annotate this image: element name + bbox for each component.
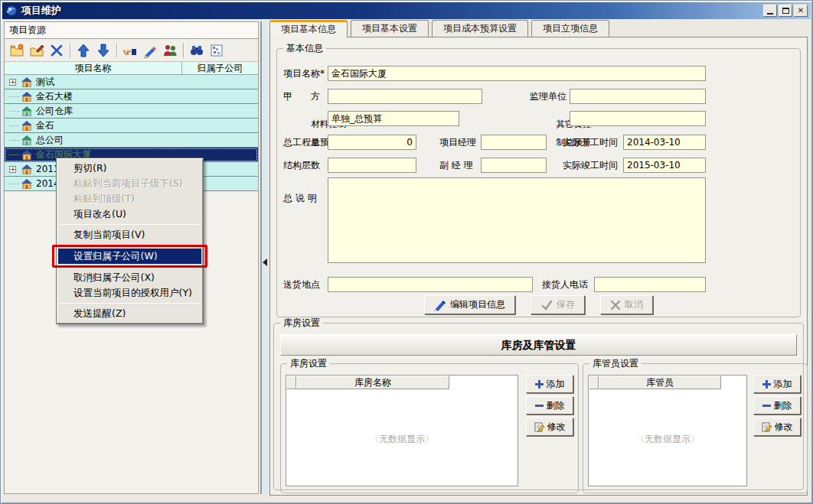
menu-item-cancel-subsidiary[interactable]: 取消归属子公司(X): [58, 270, 201, 285]
keeper-column-header[interactable]: 库管员: [599, 376, 721, 389]
basic-info-group-title: 基本信息: [283, 43, 326, 54]
warehouse-add-button[interactable]: 添加: [526, 375, 573, 393]
keeper-delete-button[interactable]: 删除: [753, 396, 801, 415]
plus-icon: [762, 380, 771, 389]
toolbar-separator: [116, 43, 117, 58]
tree-item[interactable]: 总公司: [5, 133, 258, 148]
toolbar-separator: [183, 43, 184, 58]
close-button[interactable]: ✕: [794, 5, 808, 17]
actual-start-date-label: 实际开工时间: [563, 137, 618, 148]
deputy-manager-label: 副 经 理: [439, 160, 473, 171]
pen-icon: [434, 299, 446, 311]
warehouse-keeper-title: 库管员设置: [589, 358, 642, 369]
project-manager-input[interactable]: [481, 135, 547, 150]
delivery-address-input[interactable]: [328, 277, 533, 292]
tab-content: 基本信息 项目名称* 甲 方 监理单位 材料控制 总预算 其它费控 制总预算 总…: [269, 37, 808, 496]
tree-item[interactable]: 金石: [5, 119, 258, 133]
supervisor-input[interactable]: [570, 89, 706, 104]
actual-finish-date-input[interactable]: [623, 158, 706, 173]
menu-item-set-subsidiary[interactable]: 设置归属子公司(W): [58, 249, 201, 264]
tab-project-basic-settings[interactable]: 项目基本设置: [351, 20, 429, 37]
context-menu: 剪切(R) 粘贴到当前项目子级下(S) 粘贴到顶级(T) 项目改名(U) 复制当…: [56, 158, 204, 324]
no-data-text: 〈无数据显示〉: [286, 433, 518, 446]
tree-item[interactable]: + 测试: [5, 75, 258, 89]
structure-layers-input[interactable]: [328, 158, 416, 173]
tab-project-initiation-info[interactable]: 项目立项信息: [531, 20, 609, 37]
keeper-modify-button[interactable]: 修改: [753, 418, 801, 436]
warehouse-delete-button[interactable]: 删除: [526, 396, 573, 415]
menu-item-rename[interactable]: 项目改名(U): [58, 206, 201, 222]
main-panel: 项目基本信息 项目基本设置 项目成本预算设置 项目立项信息 基本信息 项目名称*…: [269, 20, 808, 496]
warehouse-table[interactable]: 库房名称 〈无数据显示〉: [286, 375, 518, 486]
save-button[interactable]: 保存: [531, 295, 585, 314]
expand-icon[interactable]: +: [9, 166, 16, 173]
users-icon[interactable]: [161, 41, 179, 60]
party-a-input[interactable]: [328, 89, 482, 104]
house-icon: [21, 121, 32, 131]
expand-icon[interactable]: +: [9, 79, 16, 86]
warehouse-settings-title: 库房设置: [287, 358, 330, 369]
other-budget-input[interactable]: [570, 111, 706, 126]
panel-caption: 项目资源: [5, 22, 258, 39]
material-budget-input[interactable]: [328, 111, 459, 126]
row-indicator-header: [286, 376, 296, 389]
deputy-manager-input[interactable]: [481, 158, 547, 173]
warehouse-settings-subgroup: 库房设置 库房名称 〈无数据显示〉 添加 删除: [280, 363, 579, 493]
total-quantity-label: 总工程量: [283, 137, 320, 148]
basic-info-group: 基本信息 项目名称* 甲 方 监理单位 材料控制 总预算 其它费控 制总预算 总…: [276, 48, 801, 317]
actual-finish-date-label: 实际竣工时间: [563, 160, 618, 171]
tree-column-headers: 项目名称 归属子公司: [5, 62, 258, 75]
panel-splitter[interactable]: [260, 21, 268, 494]
column-header-project-name[interactable]: 项目名称: [5, 62, 182, 74]
party-a-label: 甲 方: [283, 91, 320, 102]
app-logo-icon: [5, 5, 18, 17]
new-project-folder-icon[interactable]: [8, 41, 26, 60]
receiver-phone-input[interactable]: [594, 277, 706, 292]
warehouse-group-title: 库房设置: [280, 317, 323, 328]
edit-pencil-icon[interactable]: [141, 41, 159, 60]
tab-project-basic-info[interactable]: 项目基本信息: [269, 20, 348, 37]
tree-toolbar: [5, 39, 258, 62]
delete-icon[interactable]: [47, 41, 66, 60]
menu-item-set-authorized-users[interactable]: 设置当前项目的授权用户(Y): [58, 285, 201, 301]
summary-textarea[interactable]: [328, 177, 706, 263]
house-icon: [21, 150, 32, 160]
search-binoculars-icon[interactable]: [188, 41, 206, 60]
menu-item-cut[interactable]: 剪切(R): [58, 161, 201, 176]
tree-item[interactable]: 金石大楼: [5, 89, 258, 104]
toolbar-separator: [70, 43, 70, 58]
warehouse-keeper-table[interactable]: 库管员 〈无数据显示〉: [588, 375, 747, 486]
app-window: 项目维护 ✕ 项目资源: [0, 0, 813, 504]
tab-project-cost-budget-settings[interactable]: 项目成本预算设置: [432, 20, 528, 37]
minimize-button[interactable]: [763, 5, 777, 17]
collapse-panel-icon[interactable]: [263, 259, 267, 266]
assign-hand-icon[interactable]: [121, 41, 139, 60]
keeper-add-button[interactable]: 添加: [753, 375, 801, 393]
tree-item[interactable]: 公司仓库: [5, 104, 258, 119]
menu-item-copy-current[interactable]: 复制当前项目(V): [58, 227, 201, 242]
house-green-icon: [21, 106, 32, 116]
warehouse-name-column-header[interactable]: 库房名称: [296, 376, 449, 389]
cancel-button[interactable]: 取消: [600, 295, 653, 314]
move-up-icon[interactable]: [74, 41, 93, 60]
maximize-button[interactable]: [779, 5, 792, 17]
actual-start-date-input[interactable]: [623, 135, 706, 150]
menu-separator: [60, 224, 200, 225]
warehouse-modify-button[interactable]: 修改: [526, 418, 573, 436]
edit-project-info-button[interactable]: 编辑项目信息: [424, 295, 515, 314]
receiver-phone-label: 接货人电话: [542, 279, 588, 290]
minus-icon: [762, 402, 771, 410]
project-name-input[interactable]: [328, 66, 706, 81]
no-data-text: 〈无数据显示〉: [589, 433, 746, 446]
move-down-icon[interactable]: [94, 41, 113, 60]
view-grid-icon[interactable]: [207, 41, 226, 60]
warehouse-group: 库房设置 库房及库管设置 库房设置 库房名称 〈无数据显示〉 添加: [273, 323, 804, 490]
total-quantity-input[interactable]: [328, 135, 416, 150]
edit-project-folder-icon[interactable]: [28, 41, 46, 60]
warehouse-panel-title: 库房及库管设置: [280, 334, 797, 356]
menu-item-send-reminder[interactable]: 发送提醒(Z): [58, 306, 201, 321]
check-icon: [540, 299, 553, 311]
warehouse-keeper-subgroup: 库管员设置 库管员 〈无数据显示〉 添加 删除: [583, 363, 808, 493]
column-header-subsidiary[interactable]: 归属子公司: [182, 62, 258, 74]
house-icon: [21, 92, 32, 102]
